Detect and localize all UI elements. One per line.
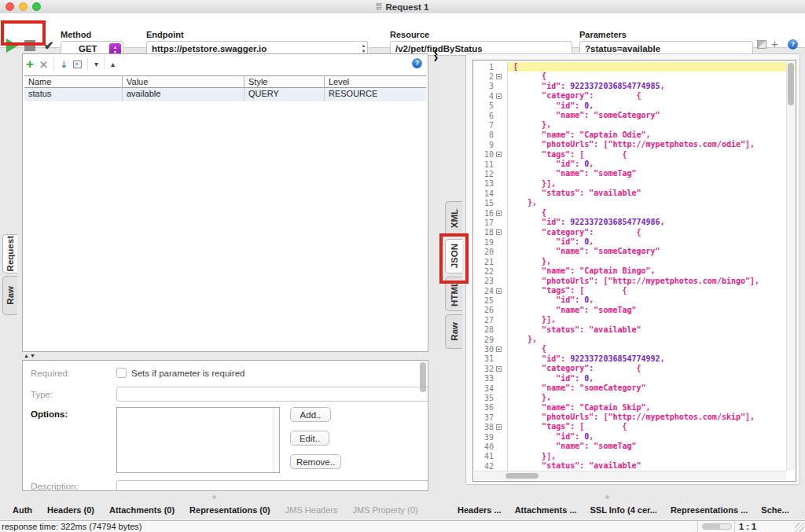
splitter-down-icon[interactable]: ▼ bbox=[30, 353, 36, 358]
splitter-up-icon[interactable]: ▲ bbox=[24, 353, 30, 358]
splitter-collapse-control[interactable]: ❮ ❯ bbox=[433, 49, 439, 61]
help-icon[interactable]: ? bbox=[788, 39, 798, 50]
fold-toggle-icon[interactable] bbox=[496, 424, 502, 430]
move-param-down-icon[interactable]: ▾ bbox=[94, 61, 98, 68]
required-checkbox[interactable] bbox=[116, 368, 127, 378]
resize-grip-icon[interactable] bbox=[795, 523, 804, 532]
code-text[interactable]: "name": "Captain Bingo", bbox=[508, 266, 796, 276]
bottom-tab[interactable]: Attachments ... bbox=[515, 505, 577, 515]
vertical-scrollbar-thumb[interactable] bbox=[788, 63, 794, 105]
code-line[interactable]: 38 "tags": [ { bbox=[473, 422, 796, 431]
bottom-tab[interactable]: JMS Headers bbox=[285, 505, 338, 515]
code-text[interactable]: "name": "someTag" bbox=[508, 306, 796, 315]
code-text[interactable]: "category": { bbox=[508, 364, 796, 373]
update-params-from-url-icon[interactable]: ⇣ bbox=[61, 60, 68, 70]
code-text[interactable]: }, bbox=[508, 120, 796, 130]
code-line[interactable]: 3 "id": 9223372036854774985, bbox=[473, 82, 796, 91]
code-text[interactable]: }, bbox=[508, 198, 796, 207]
code-text[interactable]: }], bbox=[508, 179, 796, 189]
code-text[interactable]: "tags": [ { bbox=[508, 286, 796, 295]
type-dropdown[interactable]: ▴ ▾ bbox=[116, 387, 428, 402]
params-help-icon[interactable]: ? bbox=[412, 58, 422, 68]
bottom-tab[interactable]: Auth bbox=[13, 505, 32, 515]
code-text[interactable]: "id": 0, bbox=[508, 101, 796, 111]
delete-param-icon[interactable]: ✕ bbox=[39, 59, 48, 71]
fold-toggle-icon[interactable] bbox=[496, 152, 502, 157]
code-line[interactable]: 42 "status": "available" bbox=[473, 461, 796, 471]
code-text[interactable]: }, bbox=[508, 393, 796, 402]
code-text[interactable]: "tags": [ { bbox=[508, 422, 796, 431]
editor-vertical-scrollbar[interactable] bbox=[786, 61, 795, 471]
code-text[interactable]: "id": 9223372036854774985, bbox=[508, 82, 796, 91]
code-line[interactable]: 22 "name": "Captain Bingo", bbox=[473, 266, 796, 276]
code-line[interactable]: 29 }, bbox=[473, 335, 796, 344]
code-line[interactable]: 28 "status": "available" bbox=[473, 325, 796, 335]
code-line[interactable]: 19 "id": 0, bbox=[473, 237, 796, 247]
drag-handle-dot[interactable] bbox=[605, 495, 609, 499]
options-listbox[interactable] bbox=[116, 407, 280, 473]
code-line[interactable]: 5 "id": 0, bbox=[473, 101, 796, 111]
fold-toggle-icon[interactable] bbox=[496, 211, 502, 216]
code-line[interactable]: 34 "name": "someCategory" bbox=[473, 383, 796, 393]
form-scrollbar-thumb[interactable] bbox=[420, 362, 426, 392]
code-line[interactable]: 24 "tags": [ { bbox=[473, 286, 796, 295]
add-param-icon[interactable]: + bbox=[26, 58, 34, 71]
options-scrollbar[interactable] bbox=[273, 408, 279, 472]
code-line[interactable]: 20 "name": "someCategory" bbox=[473, 247, 796, 256]
code-text[interactable]: "id": 0, bbox=[508, 295, 796, 305]
bottom-tab[interactable]: Headers ... bbox=[458, 505, 502, 515]
fold-toggle-icon[interactable] bbox=[496, 229, 502, 235]
code-text[interactable]: "category": { bbox=[508, 91, 796, 101]
code-line[interactable]: 7 }, bbox=[473, 120, 796, 130]
code-line[interactable]: 2 { bbox=[473, 72, 796, 81]
remove-option-button[interactable]: Remove.. bbox=[290, 454, 341, 469]
code-line[interactable]: 8 "name": "Captain Odie", bbox=[473, 130, 796, 140]
collapse-right-icon[interactable]: ❯ bbox=[433, 55, 439, 61]
code-line[interactable]: 35 }, bbox=[473, 393, 796, 402]
code-text[interactable]: "status": "available" bbox=[508, 189, 796, 198]
code-line[interactable]: 21 }, bbox=[473, 257, 796, 266]
code-text[interactable]: "name": "Captain Skip", bbox=[508, 403, 796, 413]
horizontal-scrollbar-thumb[interactable] bbox=[505, 473, 539, 479]
param-name[interactable]: status bbox=[24, 88, 123, 101]
code-line[interactable]: 17 "id": 9223372036854774986, bbox=[473, 218, 796, 227]
code-line[interactable]: 37 "photoUrls": ["http://mypetphotos.com… bbox=[473, 413, 796, 422]
description-field[interactable] bbox=[116, 480, 428, 491]
code-text[interactable]: }, bbox=[508, 257, 796, 266]
code-line[interactable]: 15 }, bbox=[473, 198, 796, 207]
code-line[interactable]: 14 "status": "available" bbox=[473, 189, 796, 198]
code-text[interactable]: { bbox=[508, 344, 796, 354]
code-line[interactable]: 36 "name": "Captain Skip", bbox=[473, 403, 796, 413]
form-scrollbar[interactable] bbox=[420, 362, 426, 488]
bottom-tab[interactable]: Headers (0) bbox=[47, 505, 94, 515]
column-header-level[interactable]: Level bbox=[325, 75, 426, 88]
code-line[interactable]: 25 "id": 0, bbox=[473, 295, 796, 305]
code-text[interactable]: }], bbox=[508, 315, 796, 325]
code-text[interactable]: "name": "someCategory" bbox=[508, 247, 796, 256]
code-text[interactable]: "name": "someCategory" bbox=[508, 383, 796, 393]
code-text[interactable]: "name": "someCategory" bbox=[508, 111, 796, 120]
fold-toggle-icon[interactable] bbox=[496, 366, 502, 372]
param-style[interactable]: QUERY bbox=[244, 88, 325, 101]
recreate-request-icon[interactable] bbox=[757, 40, 766, 49]
code-line[interactable]: 6 "name": "someCategory" bbox=[473, 111, 796, 120]
code-text[interactable]: "photoUrls": ["http://mypetphotos.com/sk… bbox=[508, 413, 796, 422]
code-text[interactable]: "id": 9223372036854774992, bbox=[508, 354, 796, 364]
code-line[interactable]: 39 "id": 0, bbox=[473, 432, 796, 442]
bottom-tab[interactable]: Sche... bbox=[761, 505, 788, 515]
fold-toggle-icon[interactable] bbox=[496, 74, 502, 79]
param-row[interactable]: status available QUERY RESOURCE bbox=[24, 88, 426, 101]
bottom-tab[interactable]: JMS (... bbox=[803, 505, 803, 515]
json-response-editor[interactable]: 1 [ 2 { bbox=[472, 60, 796, 482]
code-line[interactable]: 23 "photoUrls": ["http://mypetphotos.com… bbox=[473, 277, 796, 286]
code-line[interactable]: 1 [ bbox=[473, 62, 796, 72]
column-header-style[interactable]: Style bbox=[244, 75, 325, 88]
editor-horizontal-scrollbar[interactable] bbox=[474, 471, 786, 480]
fold-toggle-icon[interactable] bbox=[496, 347, 502, 352]
param-value[interactable]: available bbox=[123, 88, 244, 101]
code-line[interactable]: 41 }], bbox=[473, 452, 796, 461]
code-text[interactable]: "photoUrls": ["http://mypetphotos.com/od… bbox=[508, 140, 796, 149]
code-text[interactable]: { bbox=[508, 208, 796, 218]
code-text[interactable]: "category": { bbox=[508, 228, 796, 237]
code-text[interactable]: "name": "Captain Odie", bbox=[508, 130, 796, 140]
